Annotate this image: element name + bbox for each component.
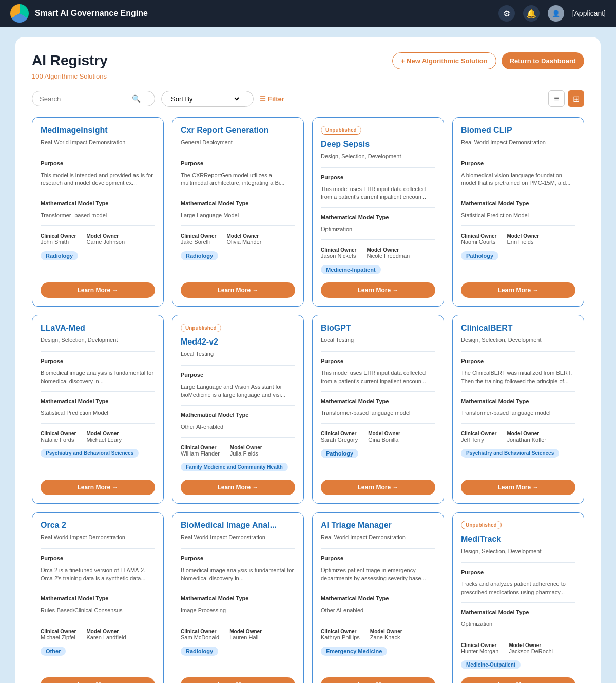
card-owners: Clinical Owner John Smith Model Owner Ca…: [41, 233, 155, 245]
model-owner-block: Model Owner Carrie Johnson: [86, 233, 125, 245]
search-input[interactable]: [40, 95, 132, 103]
card-math-type: Other AI-enabled: [181, 423, 295, 431]
learn-more-button[interactable]: Learn More →: [321, 480, 435, 495]
card-stage: Design, Selection, Development: [321, 153, 435, 159]
card-med42-v2: UnpublishedMed42-v2Local TestingPurposeL…: [172, 315, 304, 504]
card-title: BioMedical Image Anal...: [181, 521, 295, 530]
learn-more-button[interactable]: Learn More →: [181, 677, 295, 683]
clinical-owner-name: William Flander: [181, 450, 220, 457]
model-owner-block: Model Owner Karen Landfield: [86, 629, 126, 640]
math-label: Mathematical Model Type: [181, 595, 295, 601]
learn-more-button[interactable]: Learn More →: [321, 282, 435, 298]
model-owner-name: Michael Leary: [86, 437, 121, 443]
model-owner-label: Model Owner: [509, 642, 553, 648]
clinical-owner-name: John Smith: [41, 239, 76, 245]
filter-button[interactable]: ☰ Filter: [260, 95, 284, 103]
math-label: Mathematical Model Type: [41, 595, 155, 601]
purpose-label: Purpose: [321, 174, 435, 180]
model-owner-block: Model Owner Erin Fields: [507, 233, 539, 245]
card-stage: Real World Impact Demonstration: [181, 534, 295, 540]
card-math-type: Statistical Prediction Model: [41, 409, 155, 417]
clinical-owner-label: Clinical Owner: [321, 431, 358, 437]
card-tag: Family Medicine and Community Health: [181, 463, 288, 471]
purpose-label: Purpose: [461, 569, 575, 575]
learn-more-button[interactable]: Learn More →: [41, 282, 155, 298]
sort-select-wrap[interactable]: Sort By: [161, 91, 254, 107]
search-input-wrap[interactable]: 🔍: [32, 91, 155, 106]
math-label: Mathematical Model Type: [321, 595, 435, 601]
card-biomedical-image: BioMedical Image Anal...Real World Impac…: [172, 512, 304, 683]
card-math-type: Transformer -based model: [41, 212, 155, 219]
clinical-owner-label: Clinical Owner: [181, 233, 216, 239]
learn-more-button[interactable]: Learn More →: [41, 480, 155, 495]
list-view-button[interactable]: ≡: [548, 90, 565, 107]
card-purpose: Orca 2 is a finetuned version of LLAMA-2…: [41, 566, 155, 582]
card-stage: General Deployment: [181, 139, 295, 145]
clinical-owner-label: Clinical Owner: [181, 445, 220, 450]
header-buttons: + New Algorithmic Solution Return to Das…: [392, 52, 584, 69]
card-tag: Radiology: [181, 251, 218, 260]
nav-right: ⚙ 🔔 👤 [Applicant]: [498, 5, 606, 22]
learn-more-button[interactable]: Learn More →: [181, 480, 295, 495]
card-purpose: Biomedical image analysis is fundamental…: [181, 566, 295, 582]
card-stage: Local Testing: [181, 351, 295, 357]
card-purpose: This model uses EHR input data collected…: [321, 185, 435, 201]
model-owner-name: Gina Bonilla: [368, 437, 400, 443]
model-owner-label: Model Owner: [86, 431, 121, 437]
card-biomed-clip: Biomed CLIPReal World Impact Demonstrati…: [452, 117, 584, 307]
math-label: Mathematical Model Type: [461, 609, 575, 615]
card-purpose: This model uses EHR input data collected…: [321, 369, 435, 385]
card-stage: Design, Selection, Development: [461, 337, 575, 343]
card-deep-sepsis: UnpublishedDeep SepsisDesign, Selection,…: [312, 117, 444, 307]
clinical-owner-block: Clinical Owner Natalie Fords: [41, 431, 76, 443]
math-label: Mathematical Model Type: [461, 200, 575, 206]
settings-icon[interactable]: ⚙: [498, 5, 515, 22]
learn-more-button[interactable]: Learn More →: [321, 677, 435, 683]
math-label: Mathematical Model Type: [181, 412, 295, 418]
page-subtitle: 100 Algorithmic Solutions: [32, 72, 584, 80]
new-algorithmic-solution-button[interactable]: + New Algorithmic Solution: [392, 52, 496, 69]
learn-more-button[interactable]: Learn More →: [41, 677, 155, 683]
model-owner-label: Model Owner: [86, 233, 125, 239]
sort-select[interactable]: Sort By: [169, 94, 241, 103]
title-section: AI Registry: [32, 52, 108, 69]
learn-more-button[interactable]: Learn More →: [461, 282, 575, 298]
card-clinicalbert: ClinicalBERTDesign, Selection, Developme…: [452, 315, 584, 504]
card-tag: Psychiatry and Behavioral Sciences: [41, 449, 139, 458]
return-to-dashboard-button[interactable]: Return to Dashboard: [502, 52, 584, 69]
clinical-owner-label: Clinical Owner: [41, 629, 76, 634]
model-owner-name: Julia Fields: [230, 450, 262, 457]
model-owner-block: Model Owner Zane Knack: [370, 629, 402, 640]
grid-view-button[interactable]: ⊞: [568, 90, 584, 107]
purpose-label: Purpose: [41, 160, 155, 166]
cards-grid: MedImageInsightReal-World Impact Demonst…: [32, 117, 584, 683]
unpublished-badge: Unpublished: [321, 126, 361, 135]
card-owners: Clinical Owner Sam McDonald Model Owner …: [181, 629, 295, 640]
card-purpose: Large Language and Vision Assistant for …: [181, 383, 295, 399]
clinical-owner-block: Clinical Owner Jason Nickets: [321, 247, 356, 259]
card-owners: Clinical Owner William Flander Model Own…: [181, 445, 295, 457]
card-purpose: The CXRReportGen model utilizes a multim…: [181, 172, 295, 187]
model-owner-block: Model Owner Gina Bonilla: [368, 431, 400, 443]
card-stage: Local Testing: [321, 337, 435, 343]
clinical-owner-block: Clinical Owner Sarah Gregory: [321, 431, 358, 443]
card-tag: Pathology: [321, 449, 358, 458]
card-owners: Clinical Owner Kathryn Phillips Model Ow…: [321, 629, 435, 640]
card-llava-med: LLaVA-MedDesign, Selection, DevlopmentPu…: [32, 315, 164, 504]
learn-more-button[interactable]: Learn More →: [461, 677, 575, 683]
model-owner-label: Model Owner: [507, 233, 539, 239]
notifications-icon[interactable]: 🔔: [523, 5, 540, 22]
card-stage: Real World Impact Demonstration: [461, 139, 575, 145]
clinical-owner-label: Clinical Owner: [181, 629, 219, 634]
learn-more-button[interactable]: Learn More →: [181, 282, 295, 298]
model-owner-block: Model Owner Nicole Freedman: [367, 247, 410, 259]
card-owners: Clinical Owner Jason Nickets Model Owner…: [321, 247, 435, 259]
math-label: Mathematical Model Type: [461, 398, 575, 404]
card-cxr-report: Cxr Report GenerationGeneral DeploymentP…: [172, 117, 304, 307]
card-purpose: This model is intended and provided as-i…: [41, 172, 155, 187]
model-owner-name: Nicole Freedman: [367, 253, 410, 259]
card-math-type: Large Language Model: [181, 212, 295, 219]
learn-more-button[interactable]: Learn More →: [461, 480, 575, 495]
clinical-owner-name: Hunter Morgan: [461, 648, 498, 654]
model-owner-block: Model Owner Jackson DeRochi: [509, 642, 553, 654]
